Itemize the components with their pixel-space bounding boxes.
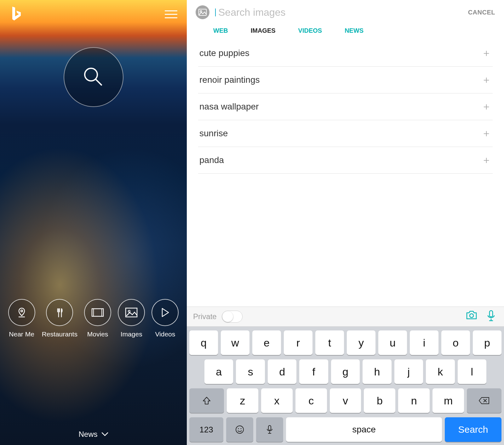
emoji-icon (235, 425, 244, 434)
key-a[interactable]: a (204, 359, 233, 384)
cancel-button[interactable]: CANCEL (468, 9, 495, 16)
suggestion-text: sunrise (199, 128, 228, 138)
key-w[interactable]: w (221, 330, 249, 355)
shift-key[interactable] (189, 388, 224, 413)
key-n[interactable]: n (398, 388, 430, 413)
category-restaurants[interactable]: Restaurants (42, 299, 77, 338)
svg-line-1 (96, 79, 101, 85)
search-key[interactable]: Search (445, 417, 501, 442)
key-h[interactable]: h (363, 359, 391, 384)
plus-icon[interactable]: ＋ (481, 153, 491, 167)
svg-point-12 (236, 426, 243, 433)
microphone-icon (266, 425, 273, 434)
private-toolbar: Private (187, 307, 504, 327)
category-label: Restaurants (42, 330, 77, 338)
private-toggle[interactable] (222, 311, 243, 323)
svg-rect-8 (199, 9, 206, 15)
key-l[interactable]: l (458, 359, 486, 384)
film-icon (91, 308, 104, 317)
key-d[interactable]: d (268, 359, 296, 384)
tab-news[interactable]: NEWS (345, 27, 364, 34)
suggestion-text: cute puppies (199, 48, 249, 58)
key-o[interactable]: o (441, 330, 470, 355)
bing-home-pane: Near Me Restaurants Movies Images Videos… (0, 0, 187, 445)
microphone-icon[interactable] (487, 310, 495, 323)
category-label: Videos (155, 330, 175, 338)
suggestion-item[interactable]: renoir paintings ＋ (198, 67, 493, 93)
news-dropdown[interactable]: News (78, 430, 108, 439)
svg-point-13 (238, 428, 239, 429)
key-f[interactable]: f (299, 359, 328, 384)
search-tabs: WEB IMAGES VIDEOS NEWS (187, 25, 504, 40)
key-q[interactable]: q (189, 330, 218, 355)
plus-icon[interactable]: ＋ (481, 100, 491, 114)
category-images[interactable]: Images (118, 299, 145, 338)
svg-rect-6 (126, 308, 137, 317)
search-pane: CANCEL WEB IMAGES VIDEOS NEWS cute puppi… (187, 0, 504, 445)
dictation-key[interactable] (256, 417, 283, 442)
suggestion-item[interactable]: panda ＋ (198, 147, 493, 174)
category-row: Near Me Restaurants Movies Images Videos (0, 299, 187, 338)
pin-icon (15, 306, 28, 319)
suggestion-item[interactable]: cute puppies ＋ (198, 40, 493, 67)
category-videos[interactable]: Videos (152, 299, 179, 338)
plus-icon[interactable]: ＋ (481, 46, 491, 60)
key-u[interactable]: u (378, 330, 407, 355)
chevron-down-icon (101, 432, 108, 437)
numeric-key[interactable]: 123 (189, 417, 223, 442)
image-icon (125, 307, 138, 318)
shift-icon (202, 396, 211, 405)
suggestion-text: panda (199, 155, 224, 165)
svg-rect-15 (268, 425, 271, 430)
key-b[interactable]: b (364, 388, 395, 413)
category-label: Near Me (9, 330, 34, 338)
key-j[interactable]: j (394, 359, 423, 384)
svg-point-9 (200, 11, 202, 12)
play-icon (160, 307, 170, 318)
key-x[interactable]: x (261, 388, 293, 413)
search-input[interactable] (215, 7, 462, 18)
suggestion-item[interactable]: nasa wallpaper ＋ (198, 93, 493, 120)
key-g[interactable]: g (331, 359, 360, 384)
key-t[interactable]: t (315, 330, 344, 355)
svg-rect-11 (490, 311, 493, 317)
key-s[interactable]: s (236, 359, 265, 384)
plus-icon[interactable]: ＋ (481, 73, 491, 87)
svg-point-14 (241, 428, 242, 429)
plus-icon[interactable]: ＋ (481, 127, 491, 140)
key-y[interactable]: y (347, 330, 375, 355)
key-i[interactable]: i (410, 330, 438, 355)
key-r[interactable]: r (284, 330, 312, 355)
camera-icon[interactable] (466, 310, 478, 323)
backspace-icon (478, 397, 490, 405)
category-movies[interactable]: Movies (84, 299, 111, 338)
private-label: Private (193, 312, 217, 321)
bing-logo[interactable] (9, 5, 23, 23)
space-key[interactable]: space (286, 417, 442, 442)
key-p[interactable]: p (473, 330, 501, 355)
keyboard: qwertyuiop asdfghjkl zxcvbnm 123 (187, 327, 504, 445)
suggestion-item[interactable]: sunrise ＋ (198, 120, 493, 147)
suggestion-text: nasa wallpaper (199, 102, 259, 112)
key-m[interactable]: m (432, 388, 464, 413)
category-label: Movies (87, 330, 108, 338)
suggestion-text: renoir paintings (199, 75, 260, 85)
key-e[interactable]: e (252, 330, 281, 355)
backspace-key[interactable] (467, 388, 501, 413)
key-c[interactable]: c (295, 388, 327, 413)
key-z[interactable]: z (227, 388, 258, 413)
tab-videos[interactable]: VIDEOS (298, 27, 322, 34)
emoji-key[interactable] (226, 417, 253, 442)
image-search-badge-icon[interactable] (196, 5, 209, 19)
suggestions-list: cute puppies ＋ renoir paintings ＋ nasa w… (187, 40, 504, 174)
search-button[interactable] (64, 47, 123, 107)
svg-point-7 (128, 310, 130, 312)
key-v[interactable]: v (330, 388, 361, 413)
fork-knife-icon (53, 306, 66, 319)
menu-icon[interactable] (165, 10, 177, 18)
tab-images[interactable]: IMAGES (251, 27, 276, 34)
category-near-me[interactable]: Near Me (8, 299, 35, 338)
category-label: Images (121, 330, 142, 338)
tab-web[interactable]: WEB (213, 27, 228, 34)
key-k[interactable]: k (426, 359, 455, 384)
